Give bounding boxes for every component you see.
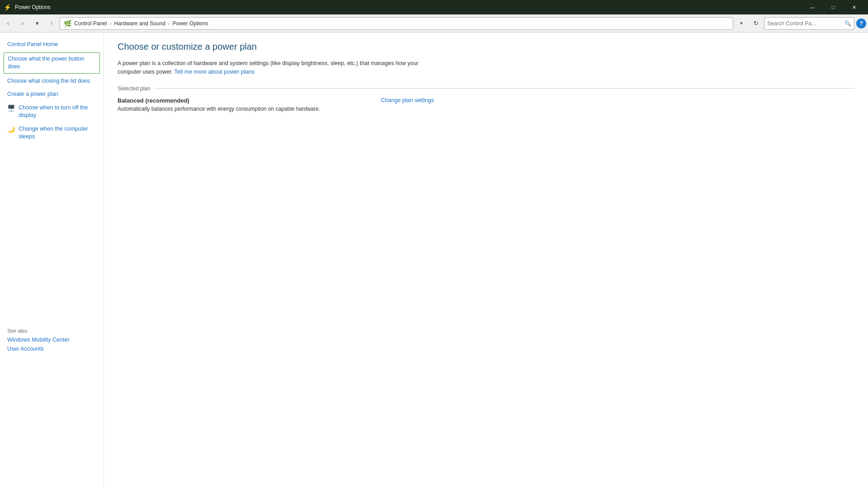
plan-description: Automatically balances performance with … [118,106,381,112]
sidebar-item-create-plan[interactable]: Create a power plan [0,88,104,101]
forward-button[interactable]: › [16,17,29,30]
nav-bar: ‹ › ▾ ↑ 🌿 Control Panel › Hardware and S… [0,14,868,33]
plan-info: Balanced (recommended) Automatically bal… [118,97,381,112]
sidebar: Control Panel Home Choose what the power… [0,33,104,488]
user-accounts-link[interactable]: User Accounts [0,344,104,353]
title-bar: ⚡ Power Options — □ ✕ [0,0,868,14]
window-controls: — □ ✕ [802,0,864,14]
turn-off-display-label: Choose when to turn off the display [19,104,96,120]
computer-sleeps-label: Change when the computer sleeps [19,125,96,141]
sidebar-item-turn-off-display[interactable]: 🖥️ Choose when to turn off the display [0,101,104,122]
sidebar-item-lid[interactable]: Choose what closing the lid does [0,75,104,88]
up-button[interactable]: ↑ [45,17,58,30]
back-button[interactable]: ‹ [2,17,14,30]
description-main: A power plan is a collection of hardware… [118,60,419,75]
search-box[interactable]: 🔍 [764,17,854,30]
address-bar[interactable]: 🌿 Control Panel › Hardware and Sound › P… [60,17,733,30]
see-also-label: See also [0,324,104,335]
selected-plan-header: Selected plan [118,85,854,92]
plan-name: Balanced (recommended) [118,97,381,104]
description-text: A power plan is a collection of hardware… [118,59,434,76]
create-plan-label: Create a power plan [7,90,58,99]
windows-mobility-center-link[interactable]: Windows Mobility Center [0,335,104,344]
breadcrumb-sep-2: › [168,21,170,26]
app-icon: ⚡ [4,4,11,11]
breadcrumb-hardware-sound[interactable]: Hardware and Sound [114,20,165,27]
dropdown-recent-button[interactable]: ▾ [31,17,43,30]
power-button-label: Choose what the power button does [8,55,96,71]
breadcrumb-power-options[interactable]: Power Options [172,20,208,27]
search-icon[interactable]: 🔍 [844,20,851,27]
close-button[interactable]: ✕ [844,0,864,14]
lid-label: Choose what closing the lid does [7,77,90,85]
minimize-button[interactable]: — [802,0,823,14]
address-icon: 🌿 [64,20,71,27]
sidebar-control-panel-home[interactable]: Control Panel Home [0,38,104,52]
breadcrumb-sep-1: › [110,21,112,26]
selected-plan-label: Selected plan [118,85,151,92]
refresh-button[interactable]: ↻ [750,17,762,30]
change-plan-settings-link[interactable]: Change plan settings [381,97,434,103]
sidebar-item-power-button[interactable]: Choose what the power button does [4,52,100,74]
plan-row: Balanced (recommended) Automatically bal… [118,97,434,112]
search-input[interactable] [767,20,843,27]
maximize-button[interactable]: □ [823,0,844,14]
main-layout: Control Panel Home Choose what the power… [0,33,868,488]
help-button[interactable]: ? [856,19,866,28]
selected-plan-divider [154,88,854,89]
address-dropdown-button[interactable]: ▾ [735,17,748,30]
sleep-icon: 🌙 [7,125,15,134]
app-title: Power Options [15,4,51,10]
page-title: Choose or customize a power plan [118,42,854,52]
control-panel-home-label: Control Panel Home [7,41,58,49]
sidebar-item-computer-sleeps[interactable]: 🌙 Change when the computer sleeps [0,122,104,144]
display-icon: 🖥️ [7,104,15,113]
content-area: Choose or customize a power plan A power… [104,33,868,488]
breadcrumb-control-panel[interactable]: Control Panel [74,20,107,27]
learn-more-link[interactable]: Tell me more about power plans [175,69,255,75]
